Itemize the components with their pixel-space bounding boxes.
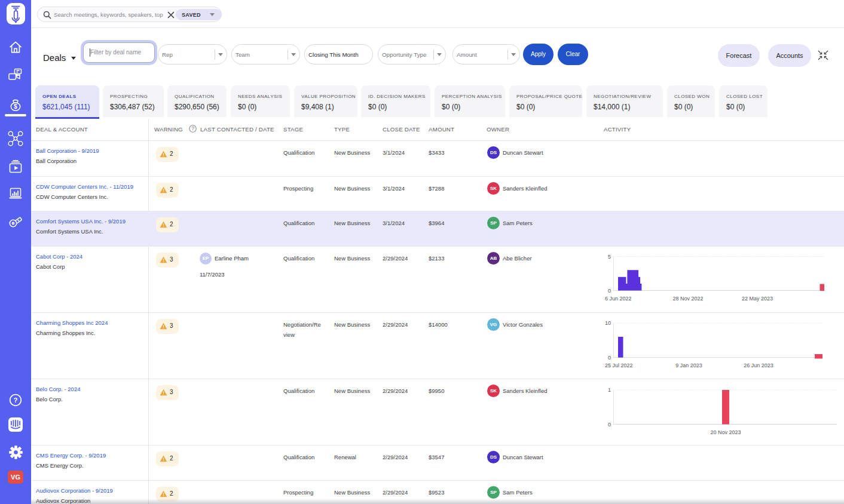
- svg-text:?: ?: [191, 125, 194, 131]
- svg-text:25 Jul 2022: 25 Jul 2022: [605, 362, 633, 368]
- svg-text:20 Nov 2023: 20 Nov 2023: [710, 429, 741, 435]
- svg-text:$: $: [14, 103, 17, 110]
- svg-text:?: ?: [13, 397, 17, 404]
- svg-text:0: 0: [608, 422, 611, 428]
- svg-text:1: 1: [608, 387, 611, 393]
- svg-text:26 Jun 2023: 26 Jun 2023: [744, 362, 773, 368]
- svg-text:9 Jan 2023: 9 Jan 2023: [675, 362, 702, 368]
- svg-text:22 May 2023: 22 May 2023: [742, 296, 773, 302]
- svg-text:0: 0: [608, 288, 611, 294]
- svg-text:28 Nov 2022: 28 Nov 2022: [672, 296, 703, 302]
- svg-text:10: 10: [605, 320, 611, 326]
- svg-text:6 Jun 2022: 6 Jun 2022: [605, 296, 632, 302]
- svg-text:5: 5: [608, 254, 611, 260]
- svg-text:0: 0: [608, 355, 611, 361]
